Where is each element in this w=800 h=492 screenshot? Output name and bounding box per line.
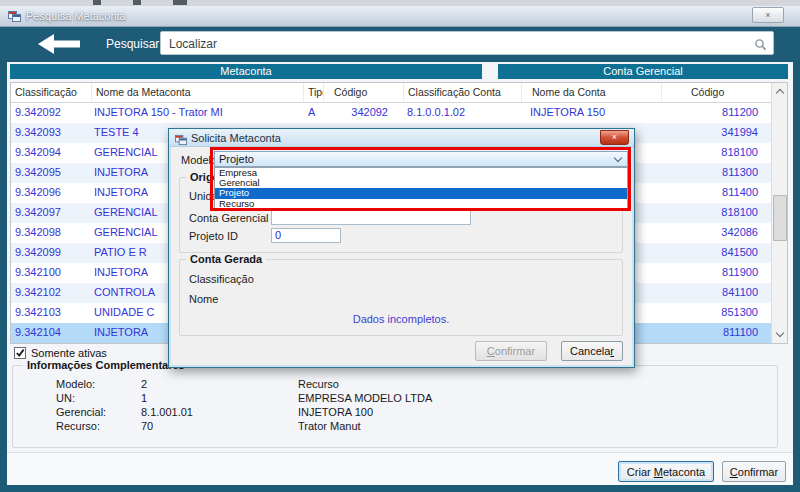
dialog-confirmar-button[interactable]: Confirmar <box>475 341 547 361</box>
dialog-close-button[interactable]: × <box>600 130 629 145</box>
dropdown-option[interactable]: Empresa <box>215 168 627 178</box>
background-icon-fragment <box>133 0 141 5</box>
metaconta-section-header: Metaconta <box>10 64 482 79</box>
column-header[interactable]: Classificação Conta <box>403 83 521 102</box>
back-button[interactable] <box>32 31 84 57</box>
info-value: EMPRESA MODELO LTDA <box>298 392 432 404</box>
column-header[interactable]: Nome da Metaconta <box>91 83 303 102</box>
info-value: Trator Manut <box>298 420 361 432</box>
group-title: Conta Gerada <box>186 253 266 265</box>
table-cell: 341994 <box>661 123 771 143</box>
solicita-metaconta-dialog: Solicita Metaconta × Modelo Projeto Orig… <box>168 128 635 368</box>
table-cell: 9.342097 <box>15 203 91 223</box>
dialog-app-icon <box>175 132 187 144</box>
chevron-down-icon <box>775 329 783 337</box>
group-title: Informações Complementares <box>23 359 189 371</box>
table-cell: 9.342095 <box>15 163 91 183</box>
dropdown-option[interactable]: Projeto <box>215 188 627 198</box>
table-cell: 811900 <box>661 263 771 283</box>
search-icon[interactable] <box>754 37 767 50</box>
table-cell: 342086 <box>661 223 771 243</box>
table-cell: 841100 <box>661 283 771 303</box>
status-message: Dados incompletos. <box>179 313 623 325</box>
background-icon-fragment <box>93 0 101 5</box>
table-cell: 818100 <box>661 143 771 163</box>
info-value: 8.1.001.01 <box>141 406 193 418</box>
table-cell: 9.342103 <box>15 303 91 323</box>
table-cell: A <box>308 103 323 123</box>
info-label: Recurso: <box>56 420 100 432</box>
info-row: Gerencial:8.1.001.01INJETORA 100 <box>13 406 777 420</box>
search-label: Pesquisar <box>106 37 159 51</box>
vertical-scrollbar[interactable] <box>771 83 787 343</box>
info-row: Modelo:2Recurso <box>13 378 777 392</box>
scroll-down-button[interactable] <box>772 326 787 343</box>
dialog-title: Solicita Metaconta <box>191 132 281 144</box>
table-cell: 811200 <box>661 103 771 123</box>
table-cell: 9.342102 <box>15 283 91 303</box>
modelo-combobox-value: Projeto <box>219 153 254 165</box>
modelo-label: Modelo <box>181 154 217 166</box>
dropdown-option[interactable]: Recurso <box>215 199 627 209</box>
info-value: Recurso <box>298 378 339 390</box>
chevron-up-icon <box>775 89 783 97</box>
table-cell: 9.342104 <box>15 323 91 343</box>
dialog-cancelar-button[interactable]: Cancelar <box>561 341 623 361</box>
window-close-button[interactable]: × <box>752 7 784 23</box>
table-cell: 811300 <box>661 163 771 183</box>
footer-bar: Criar Metaconta Confirmar <box>7 453 793 485</box>
info-label: Modelo: <box>56 378 95 390</box>
table-cell: 9.342100 <box>15 263 91 283</box>
table-row[interactable]: 9.342092INJETORA 150 - Trator MIA3420928… <box>11 103 771 123</box>
dialog-titlebar: Solicita Metaconta × <box>169 129 634 147</box>
info-value: 2 <box>141 378 147 390</box>
table-cell: 8.1.0.0.1.02 <box>407 103 521 123</box>
modelo-combobox[interactable]: Projeto <box>214 151 628 167</box>
checkbox-check-icon <box>14 347 26 359</box>
info-row: Recurso:70Trator Manut <box>13 420 777 434</box>
criar-metaconta-button[interactable]: Criar Metaconta <box>618 461 714 482</box>
table-cell: 9.342098 <box>15 223 91 243</box>
search-input[interactable]: Localizar <box>160 31 774 55</box>
info-label: Gerencial: <box>56 406 106 418</box>
table-cell: 9.342092 <box>15 103 91 123</box>
search-toolbar: Pesquisar Localizar <box>0 27 800 62</box>
window-titlebar: Pesquisa Metaconta × <box>0 6 800 27</box>
column-header[interactable]: Classificação <box>11 83 91 102</box>
window-title: Pesquisa Metaconta <box>26 10 126 22</box>
chevron-down-icon <box>614 154 622 162</box>
info-value: INJETORA 100 <box>298 406 373 418</box>
info-label: UN: <box>56 392 75 404</box>
informacoes-complementares-group: Informações Complementares Modelo:2Recur… <box>12 365 778 448</box>
scroll-up-button[interactable] <box>772 83 787 100</box>
table-cell: 851300 <box>661 303 771 323</box>
scrollbar-thumb[interactable] <box>773 195 787 241</box>
conta-gerencial-section-header: Conta Gerencial <box>498 64 788 79</box>
table-cell: 841500 <box>661 243 771 263</box>
app-icon <box>8 9 21 22</box>
confirmar-button[interactable]: Confirmar <box>722 461 786 482</box>
column-header[interactable]: Código <box>323 83 403 102</box>
nome-label: Nome <box>189 293 218 305</box>
table-cell: 9.342094 <box>15 143 91 163</box>
table-cell: 342092 <box>323 103 403 123</box>
dropdown-option[interactable]: Gerencial <box>215 178 627 188</box>
table-cell: 9.342099 <box>15 243 91 263</box>
modelo-dropdown-list: EmpresaGerencialProjetoRecurso <box>214 167 628 210</box>
column-header[interactable]: Nome da Conta <box>521 83 661 102</box>
column-header[interactable]: Código <box>661 83 771 102</box>
table-cell: 9.342096 <box>15 183 91 203</box>
classificacao-label: Classificação <box>189 273 254 285</box>
table-cell: 811100 <box>661 323 771 343</box>
pesquisa-metaconta-window: Pesquisa Metaconta × Pesquisar Localizar… <box>0 0 800 492</box>
table-header-row: ClassificaçãoNome da MetacontaTipoCódigo… <box>11 83 771 103</box>
info-rows: Modelo:2RecursoUN:1EMPRESA MODELO LTDAGe… <box>13 378 777 434</box>
info-value: 1 <box>141 392 147 404</box>
table-cell: 9.342093 <box>15 123 91 143</box>
info-value: 70 <box>141 420 153 432</box>
column-header[interactable]: Tipo <box>303 83 323 102</box>
table-cell: INJETORA 150 <box>530 103 661 123</box>
info-row: UN:1EMPRESA MODELO LTDA <box>13 392 777 406</box>
table-cell: 811400 <box>661 183 771 203</box>
table-cell: INJETORA 150 - Trator MI <box>94 103 303 123</box>
